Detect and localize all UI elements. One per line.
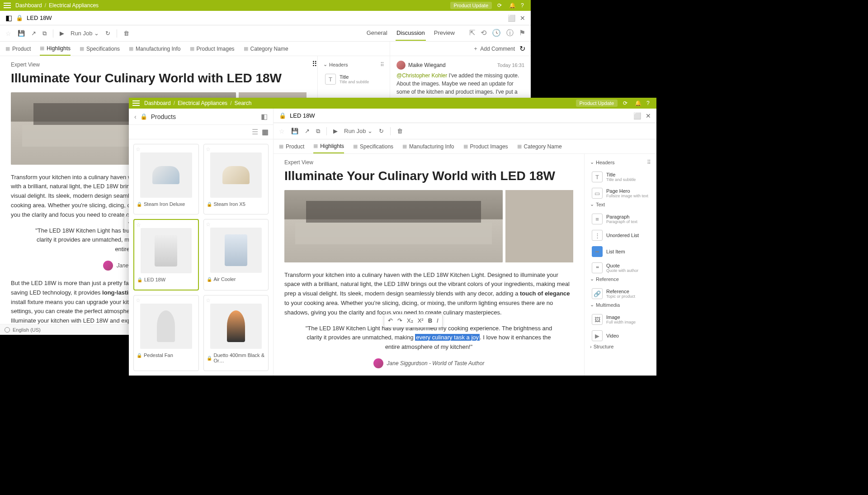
refresh-icon[interactable]: ↻ xyxy=(379,128,384,134)
grip-icon[interactable]: ⠿ xyxy=(380,62,384,68)
play-icon[interactable]: ▶ xyxy=(60,30,64,37)
star-icon[interactable]: ☆ xyxy=(136,222,141,228)
redo-icon[interactable]: ↷ xyxy=(397,316,402,326)
superscript-icon[interactable]: X² xyxy=(418,316,424,326)
block-title[interactable]: TTitleTitle and subtitle xyxy=(590,169,651,185)
copy-icon[interactable]: ⧉ xyxy=(42,30,47,37)
hero-image-secondary[interactable] xyxy=(505,190,573,262)
tab-product-images[interactable]: ▦Product Images xyxy=(190,43,235,55)
block-list-item[interactable]: ━List Item xyxy=(590,243,651,260)
history-icon[interactable]: 🕓 xyxy=(492,29,501,38)
section-text[interactable]: ⌄Text xyxy=(590,201,651,207)
open-external-icon[interactable]: ↗ xyxy=(31,30,36,37)
undo-icon[interactable]: ↶ xyxy=(388,316,393,326)
product-card[interactable]: ☆🔒Pedestal Fan xyxy=(133,295,199,371)
open-external-icon[interactable]: ↗ xyxy=(305,128,310,134)
product-card[interactable]: ☆🔒Air Cooler xyxy=(203,219,269,290)
refresh-comments-icon[interactable]: ↻ xyxy=(519,44,525,53)
star-icon[interactable]: ☆ xyxy=(279,128,285,135)
sync-icon[interactable]: ⟳ xyxy=(623,100,629,106)
list-view-icon[interactable]: ☰ xyxy=(252,128,258,136)
tab-specifications[interactable]: ▦Specifications xyxy=(80,43,120,55)
section-multimedia[interactable]: ⌄Multimedia xyxy=(590,302,651,308)
close-icon[interactable]: ✕ xyxy=(520,14,525,22)
subscript-icon[interactable]: X₂ xyxy=(407,316,413,326)
block-page-hero[interactable]: ▭Page HeroFullsize image with text xyxy=(590,185,651,201)
quote-block[interactable]: ↶ ↷ X₂ X² B I "The LED 18W Kitchen Light… xyxy=(302,324,555,352)
copy-icon[interactable]: ⧉ xyxy=(316,128,320,135)
trash-icon[interactable]: 🗑 xyxy=(397,128,403,134)
section-headers[interactable]: ⌄Headers xyxy=(590,159,647,165)
block-paragraph[interactable]: ≡ParagraphParagraph of text xyxy=(590,211,651,227)
product-card[interactable]: ☆🔒Steam Iron X5 xyxy=(203,144,269,214)
help-icon[interactable]: ? xyxy=(646,100,653,106)
star-icon[interactable]: ☆ xyxy=(206,221,211,228)
maximize-icon[interactable]: ⬜ xyxy=(508,14,515,22)
flag-icon[interactable]: ⚑ xyxy=(519,29,525,38)
play-icon[interactable]: ▶ xyxy=(333,128,338,134)
crumb-appliances[interactable]: Electrical Appliances xyxy=(49,2,99,9)
crumb-dashboard[interactable]: Dashboard xyxy=(15,2,42,9)
export-icon[interactable]: ⇱ xyxy=(469,29,475,38)
star-icon[interactable]: ☆ xyxy=(136,297,141,304)
tab-product-images[interactable]: ▦Product Images xyxy=(463,140,508,153)
block-quote[interactable]: ❝QuoteQuote with author xyxy=(590,260,651,276)
tab-discussion[interactable]: Discussion xyxy=(396,26,426,41)
info-icon[interactable]: ⓘ xyxy=(506,29,514,38)
save-icon[interactable]: 💾 xyxy=(18,30,25,37)
grip-icon[interactable]: ⠿ xyxy=(647,159,651,166)
star-icon[interactable]: ☆ xyxy=(5,30,11,37)
activity-icon[interactable]: ⟲ xyxy=(481,29,486,38)
tab-product[interactable]: ▦Product xyxy=(279,140,304,153)
tab-product[interactable]: ▦Product xyxy=(5,43,31,55)
tab-manufacturing[interactable]: ▦Manufacturing Info xyxy=(402,140,454,153)
highlighted-text[interactable]: every culinary task a joy xyxy=(415,334,480,341)
block-reference[interactable]: 🔗ReferenceTopic or product xyxy=(590,286,651,302)
run-job-button[interactable]: Run Job ⌄ xyxy=(71,30,99,37)
tab-category-name[interactable]: ▦Category Name xyxy=(517,140,562,153)
italic-icon[interactable]: I xyxy=(437,316,439,326)
tab-general[interactable]: General xyxy=(366,26,388,41)
tab-preview[interactable]: Preview xyxy=(433,26,456,41)
crumb-search[interactable]: Search xyxy=(234,100,251,106)
add-comment-button[interactable]: ＋Add Comment xyxy=(473,45,515,52)
block-video[interactable]: ▶Video xyxy=(590,328,651,344)
sync-icon[interactable]: ⟳ xyxy=(497,2,504,9)
mention[interactable]: @Christopher Kohler xyxy=(396,72,447,79)
close-icon[interactable]: ✕ xyxy=(646,112,651,119)
sidebar-toggle-icon[interactable]: ◧ xyxy=(5,14,12,22)
bell-icon[interactable]: 🔔 xyxy=(635,100,641,106)
panel-toggle-icon[interactable]: ◧ xyxy=(261,112,268,121)
block-title[interactable]: T TitleTitle and subtitle xyxy=(323,71,384,87)
run-job-button[interactable]: Run Job ⌄ xyxy=(344,128,373,134)
hamburger-icon[interactable] xyxy=(132,100,140,106)
paragraph-1[interactable]: Transform your kitchen into a culinary h… xyxy=(284,271,573,318)
section-headers[interactable]: ⌄Headers xyxy=(323,62,380,67)
hero-image[interactable] xyxy=(284,190,503,262)
hamburger-icon[interactable] xyxy=(4,3,11,8)
crumb-appliances[interactable]: Electrical Appliances xyxy=(178,100,227,106)
product-card[interactable]: ☆🔒Duetto 400mm Black & Or… xyxy=(203,295,269,371)
product-card[interactable]: ☆🔒Steam Iron Deluxe xyxy=(133,144,199,214)
block-unordered-list[interactable]: ⋮Unordered List xyxy=(590,227,651,243)
product-card[interactable]: ☆🔒LED 18W xyxy=(133,219,199,290)
block-image[interactable]: 🖼ImageFull width image xyxy=(590,311,651,328)
section-structure[interactable]: ›Structure xyxy=(590,344,651,349)
maximize-icon[interactable]: ⬜ xyxy=(633,112,641,119)
refresh-icon[interactable]: ↻ xyxy=(105,30,110,37)
crumb-dashboard[interactable]: Dashboard xyxy=(144,100,171,106)
tab-highlights[interactable]: ▦Highlights xyxy=(313,140,344,153)
bold-icon[interactable]: B xyxy=(428,316,432,326)
star-icon[interactable]: ☆ xyxy=(206,297,211,304)
product-update-pill[interactable]: Product Update xyxy=(576,100,618,107)
save-icon[interactable]: 💾 xyxy=(291,128,298,134)
tab-specifications[interactable]: ▦Specifications xyxy=(353,140,393,153)
tab-highlights[interactable]: ▦Highlights xyxy=(40,42,71,56)
star-icon[interactable]: ☆ xyxy=(206,146,211,152)
tab-category-name[interactable]: ▦Category Name xyxy=(244,43,288,55)
tab-manufacturing[interactable]: ▦Manufacturing Info xyxy=(129,43,180,55)
grid-icon[interactable]: ⠿ xyxy=(312,60,317,68)
section-reference[interactable]: ⌄Reference xyxy=(590,276,651,282)
product-update-pill[interactable]: Product Update xyxy=(450,2,492,9)
language-bar[interactable]: English (US) xyxy=(0,324,128,335)
